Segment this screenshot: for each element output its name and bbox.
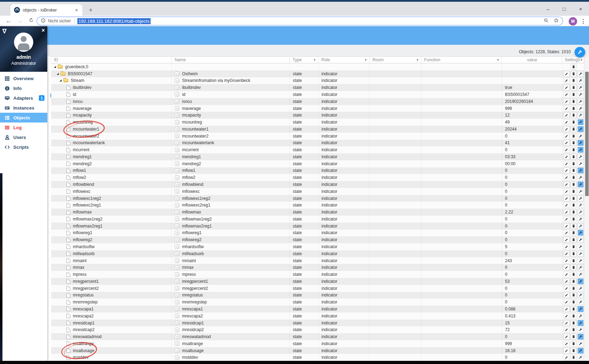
object-id-cell[interactable]: id (51, 91, 172, 98)
object-value-cell[interactable] (502, 70, 562, 77)
profile-avatar[interactable]: M (569, 17, 577, 26)
delete-button[interactable] (571, 147, 576, 153)
edit-button[interactable] (564, 99, 569, 104)
table-row[interactable]: maveragemaveragestateindicator999 (51, 105, 584, 112)
object-id-cell[interactable]: mflow1 (51, 167, 172, 174)
edit-button[interactable] (564, 341, 569, 346)
object-id-cell[interactable]: Stream (51, 77, 172, 84)
column-header-type[interactable]: Type▼ (290, 57, 319, 63)
custom-settings-button[interactable] (578, 175, 583, 180)
object-id-cell[interactable]: mcountreg (51, 119, 172, 126)
edit-button[interactable] (564, 140, 569, 146)
sidebar-item-adapters[interactable]: Adapters1 (0, 93, 47, 103)
delete-button[interactable] (571, 85, 576, 90)
table-row[interactable]: mlifeadsorbmlifeadsorbstateindicator0 (51, 250, 584, 257)
sidebar-item-log[interactable]: Log (0, 122, 47, 132)
table-row[interactable]: gruenbeck.0----- (51, 63, 584, 70)
custom-settings-button[interactable] (578, 126, 583, 132)
edit-button[interactable] (564, 196, 569, 201)
object-id-cell[interactable]: mflowreg2 (51, 236, 172, 243)
edit-button[interactable] (564, 251, 569, 257)
edit-button[interactable] (564, 133, 569, 139)
custom-settings-button[interactable] (578, 92, 583, 97)
delete-button[interactable] (571, 258, 576, 264)
custom-settings-button[interactable] (578, 196, 583, 201)
object-id-cell[interactable]: msaltrange (51, 340, 172, 347)
object-value-cell[interactable]: 0.413 (502, 313, 562, 320)
custom-settings-button[interactable] (578, 230, 583, 236)
custom-settings-button[interactable] (578, 99, 583, 104)
sidebar-item-scripts[interactable]: Scripts (0, 142, 47, 152)
column-header-id[interactable]: ID (51, 57, 172, 63)
filter-icon[interactable]: ▼ (497, 58, 499, 62)
edit-button[interactable] (564, 286, 569, 291)
object-value-cell[interactable]: 0 (502, 195, 562, 202)
sidebar-item-objects[interactable]: Objects (0, 113, 47, 122)
delete-button[interactable] (571, 182, 576, 187)
edit-button[interactable] (564, 313, 569, 319)
filter-icon[interactable]: ▼ (313, 58, 316, 62)
edit-button[interactable] (564, 85, 569, 90)
delete-button[interactable] (571, 209, 576, 215)
custom-settings-button[interactable] (578, 147, 583, 153)
object-value-cell[interactable]: 0 (502, 354, 562, 361)
object-id-cell[interactable]: mflowexc2reg1 (51, 202, 172, 209)
object-value-cell[interactable]: 0 (502, 216, 562, 223)
object-id-cell[interactable]: maverage (51, 105, 172, 112)
delete-button[interactable] (571, 112, 576, 118)
table-row[interactable]: mrescapa2mrescapa2stateindicator0.413 (51, 313, 584, 320)
edit-button[interactable] (564, 230, 569, 236)
object-id-cell[interactable]: mmaint (51, 257, 172, 264)
object-value-cell[interactable]: 41 (502, 140, 562, 147)
reload-icon[interactable] (27, 17, 36, 25)
new-tab-button[interactable]: + (86, 6, 95, 14)
object-id-cell[interactable]: mflowblend (51, 181, 172, 188)
table-row[interactable]: mendreg2mendreg2stateindicator00:00 (51, 160, 584, 167)
table-row[interactable]: mflow1mflow1stateindicator0 (51, 167, 584, 174)
column-header-function[interactable]: Function▼ (421, 57, 502, 63)
table-row[interactable]: mrescapa1mrescapa1stateindicator0.088 (51, 306, 584, 313)
table-row[interactable]: mflowblendmflowblendstateindicator0 (51, 181, 584, 188)
delete-button[interactable] (571, 341, 576, 346)
sidebar-item-info[interactable]: Info (0, 83, 47, 93)
edit-button[interactable] (564, 244, 569, 250)
object-id-cell[interactable]: ibuiltindev (51, 84, 172, 91)
object-id-cell[interactable]: mrescapa2 (51, 313, 172, 320)
object-id-cell[interactable]: mremregstep (51, 299, 172, 306)
object-value-cell[interactable]: 03:33 (502, 153, 562, 160)
delete-button[interactable] (571, 320, 576, 326)
custom-settings-button[interactable] (578, 251, 583, 257)
object-id-cell[interactable]: BS50001547 (51, 70, 172, 77)
custom-settings-button[interactable] (578, 133, 583, 139)
table-row[interactable]: mcountwatertankmcountwatertankstateindic… (51, 140, 584, 147)
edit-button[interactable] (564, 223, 569, 229)
custom-settings-button[interactable] (578, 341, 583, 346)
delete-button[interactable] (571, 92, 576, 97)
delete-button[interactable] (571, 119, 576, 125)
delete-button[interactable] (571, 140, 576, 146)
delete-button[interactable] (571, 106, 576, 111)
custom-settings-button[interactable] (578, 299, 583, 305)
object-value-cell[interactable]: 0 (502, 292, 562, 299)
object-value-cell[interactable]: 0 (502, 230, 562, 237)
column-settings-fab[interactable] (575, 47, 585, 57)
custom-settings-button[interactable] (578, 327, 583, 332)
custom-settings-button[interactable] (578, 140, 583, 146)
object-value-cell[interactable]: 0 (502, 271, 562, 278)
delete-button[interactable] (571, 327, 576, 332)
edit-button[interactable] (564, 106, 569, 111)
object-value-cell[interactable]: 5 (502, 243, 562, 250)
filter-icon[interactable]: ▼ (416, 58, 419, 62)
tree-expand-caret[interactable] (60, 79, 62, 82)
object-id-cell[interactable]: mflowmax1reg2 (51, 216, 172, 223)
object-value-cell[interactable]: BS50001547 (502, 91, 562, 98)
table-row[interactable]: StreamStreaminfromation via myGruenbecks… (51, 77, 584, 84)
object-value-cell[interactable]: 00:00 (502, 160, 562, 167)
sidebar-item-users[interactable]: Users (0, 132, 47, 142)
custom-settings-button[interactable] (578, 306, 583, 312)
edit-button[interactable] (564, 299, 569, 305)
object-id-cell[interactable]: mcountwater2 (51, 133, 172, 140)
table-row[interactable]: mflowmax1reg2mflowmax1reg2stateindicator… (51, 216, 584, 223)
table-row[interactable]: ibuiltindevibuiltindevstateindicatortrue (51, 84, 584, 91)
object-value-cell[interactable]: 0 (502, 223, 562, 230)
